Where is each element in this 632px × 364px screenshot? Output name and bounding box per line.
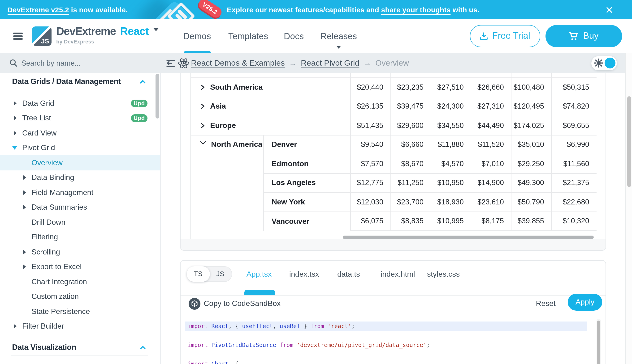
code-scrollbar[interactable] [596,319,601,364]
collapse-arrow-icon [12,146,17,150]
pivot-value-cell: $35,010 [511,135,551,154]
tab-app-tsx[interactable]: App.tsx [247,260,272,288]
nav-demos[interactable]: Demos [183,19,211,53]
pivot-value-cell: $7,570 [350,154,390,174]
chevron-up-icon [140,345,146,349]
updated-badge: Upd [131,114,147,122]
page-scrollbar[interactable] [625,53,632,364]
pivot-value-cell: $26,135 [350,97,390,116]
close-icon[interactable] [605,6,613,14]
tab-index-html[interactable]: index.html [380,260,415,288]
devextreme-logo[interactable]: JS [32,26,52,46]
hamburger-menu-icon[interactable] [13,32,23,40]
share-thoughts-link[interactable]: share your thoughts [381,6,451,14]
pivot-value-cell: $39,475 [390,97,431,116]
sidebar-item-filter-builder[interactable]: Filter Builder [0,319,160,334]
nav-templates[interactable]: Templates [228,19,268,53]
collapse-sidebar-icon[interactable] [166,59,175,67]
brand-block[interactable]: DevExtreme React by DevExpress [56,25,159,44]
sidebar-item-state-persistence[interactable]: State Persistence [0,304,160,319]
code-editor[interactable]: import React, { useEffect, useRef } from… [180,316,605,364]
sidebar-item-drill-down[interactable]: Drill Down [0,215,160,230]
banner-version-link[interactable]: DevExtreme v25.2 [8,6,69,14]
theme-toggle-knob [604,58,615,68]
sidebar-item-scrolling[interactable]: Scrolling [0,244,160,260]
pivot-value-cell: $174,025 [511,116,551,135]
language-selected[interactable]: TS [187,266,210,282]
react-icon [178,58,189,68]
pivot-value-cell: $21,375 [551,174,596,192]
sidebar-item-filtering[interactable]: Filtering [0,230,160,244]
demo-main: South America$20,440$23,235$27,510$26,66… [161,73,625,364]
reset-button[interactable]: Reset [536,295,556,312]
pivot-value-cell: $39,855 [511,212,551,231]
breadcrumb-pivot-grid-link[interactable]: React Pivot Grid [301,58,359,68]
expand-arrow-icon [14,116,17,121]
theme-toggle[interactable] [591,56,617,70]
active-tab-underline [244,290,275,295]
sidebar-item-export-to-excel[interactable]: Export to Excel [0,260,160,274]
search-placeholder: Search by name... [21,59,81,68]
page-scrollbar-thumb[interactable] [627,96,631,187]
expand-arrow-icon [23,250,26,254]
sidebar-item-customization[interactable]: Customization [0,289,160,304]
expand-row-icon[interactable] [200,84,205,90]
sidebar-search[interactable]: Search by name... [0,53,161,73]
pivot-row-north-america: North America [191,135,263,231]
sidebar-item-field-management[interactable]: Field Management [0,185,160,200]
expand-row-icon[interactable] [200,104,205,109]
pivot-value-cell: $22,680 [551,192,596,212]
sidebar-item-overview[interactable]: Overview [0,155,160,170]
sidebar-item-pivot-grid[interactable]: Pivot Grid [0,140,160,155]
tab-data-ts[interactable]: data.ts [337,260,360,288]
pivot-value-cell: $100,480 [511,78,551,97]
sun-icon [594,58,603,68]
brand-platform: React [120,25,149,38]
pivot-horizontal-scrollbar[interactable] [342,235,594,239]
pivot-value-cell: $50,790 [511,192,551,212]
code-line: import Chart, { [185,359,587,364]
sidebar-item-chart-integration[interactable]: Chart Integration [0,274,160,289]
sidebar-item-card-view[interactable]: Card View [0,126,160,140]
apply-button[interactable]: Apply [568,294,602,310]
free-trial-button[interactable]: Free Trial [470,25,540,47]
copy-to-codesandbox-button[interactable]: Copy to CodeSandBox [204,295,281,312]
pivot-value-cell: $27,510 [431,78,471,97]
breadcrumb-demos-link[interactable]: React Demos & Examples [191,58,285,68]
sidebar-item-data-grid[interactable]: Data GridUpd [0,96,160,111]
pivot-value-cell: $74,820 [551,97,596,116]
sidebar-item-tree-list[interactable]: Tree ListUpd [0,111,160,126]
pivot-value-cell: $51,435 [350,116,390,135]
pivot-row-south-america: South America [191,78,350,97]
pivot-value-cell: $11,250 [390,174,431,192]
language-toggle[interactable]: TS JS [187,266,232,282]
code-line [185,350,587,359]
platform-caret-icon[interactable] [153,28,159,31]
pivot-value-cell: $23,700 [390,192,431,212]
sidebar-section-data-grids-data-management[interactable]: Data Grids / Data Management [0,73,160,90]
sidebar-item-data-summaries[interactable]: Data Summaries [0,200,160,215]
language-alternate[interactable]: JS [209,267,232,281]
sidebar-scrollbar[interactable] [155,74,159,118]
code-panel: TS JS App.tsxindex.tsxdata.tsindex.htmls… [180,260,606,364]
breadcrumb-separator: → [289,59,297,68]
sidebar-section-data-visualization[interactable]: Data Visualization [0,339,160,356]
nav-releases[interactable]: Releases [320,19,357,53]
code-line: import PivotGridDataSource from 'devextr… [185,340,587,350]
expand-arrow-icon [23,264,26,269]
active-nav-underline [184,51,210,53]
pivot-value-cell: $11,880 [431,135,471,154]
cart-icon [568,32,578,40]
pivot-value-cell: $18,930 [431,192,471,212]
pivot-value-cell: $27,310 [471,97,511,116]
expand-row-icon[interactable] [200,123,205,128]
collapse-row-icon[interactable] [200,140,206,145]
pivot-value-cell: $11,560 [551,154,596,174]
pivot-grid: South America$20,440$23,235$27,510$26,66… [190,73,596,240]
tab-index-tsx[interactable]: index.tsx [289,260,319,288]
tab-styles-css[interactable]: styles.css [427,260,460,288]
nav-docs[interactable]: Docs [284,19,304,53]
sidebar-item-data-binding[interactable]: Data Binding [0,170,160,185]
pivot-value-cell: $10,320 [551,212,596,231]
buy-button[interactable]: Buy [545,25,622,47]
